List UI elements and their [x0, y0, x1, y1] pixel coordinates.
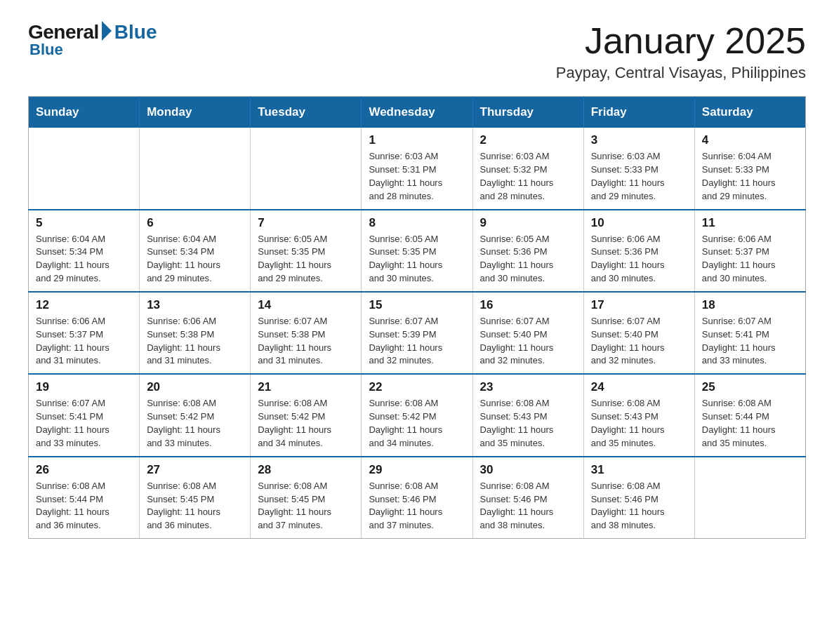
day-info: Sunrise: 6:08 AM Sunset: 5:45 PM Dayligh…	[258, 480, 354, 532]
header-day-saturday: Saturday	[694, 97, 805, 128]
calendar-cell: 30Sunrise: 6:08 AM Sunset: 5:46 PM Dayli…	[472, 457, 583, 539]
calendar-cell: 8Sunrise: 6:05 AM Sunset: 5:35 PM Daylig…	[362, 210, 472, 292]
day-number: 27	[147, 463, 243, 477]
day-info: Sunrise: 6:04 AM Sunset: 5:34 PM Dayligh…	[36, 233, 132, 286]
day-info: Sunrise: 6:04 AM Sunset: 5:33 PM Dayligh…	[702, 150, 798, 203]
header-day-wednesday: Wednesday	[362, 97, 472, 128]
day-info: Sunrise: 6:07 AM Sunset: 5:38 PM Dayligh…	[258, 315, 354, 368]
day-info: Sunrise: 6:08 AM Sunset: 5:46 PM Dayligh…	[591, 480, 687, 532]
day-number: 10	[591, 216, 687, 230]
header-day-friday: Friday	[583, 97, 694, 128]
day-info: Sunrise: 6:06 AM Sunset: 5:36 PM Dayligh…	[591, 233, 687, 286]
calendar-cell: 20Sunrise: 6:08 AM Sunset: 5:42 PM Dayli…	[140, 374, 251, 456]
day-info: Sunrise: 6:08 AM Sunset: 5:42 PM Dayligh…	[369, 397, 465, 450]
day-number: 15	[369, 298, 465, 312]
day-info: Sunrise: 6:08 AM Sunset: 5:46 PM Dayligh…	[369, 480, 465, 532]
week-row-4: 19Sunrise: 6:07 AM Sunset: 5:41 PM Dayli…	[29, 374, 806, 456]
day-number: 6	[147, 216, 243, 230]
day-number: 5	[36, 216, 132, 230]
day-info: Sunrise: 6:07 AM Sunset: 5:39 PM Dayligh…	[369, 315, 465, 368]
calendar-cell: 9Sunrise: 6:05 AM Sunset: 5:36 PM Daylig…	[472, 210, 583, 292]
calendar-cell: 2Sunrise: 6:03 AM Sunset: 5:32 PM Daylig…	[472, 128, 583, 209]
day-info: Sunrise: 6:08 AM Sunset: 5:43 PM Dayligh…	[591, 397, 687, 450]
day-number: 16	[480, 298, 576, 312]
header-day-thursday: Thursday	[472, 97, 583, 128]
day-number: 31	[591, 463, 687, 477]
day-info: Sunrise: 6:03 AM Sunset: 5:31 PM Dayligh…	[369, 150, 465, 203]
calendar-cell: 28Sunrise: 6:08 AM Sunset: 5:45 PM Dayli…	[251, 457, 362, 539]
logo-triangle-icon	[102, 21, 112, 41]
day-info: Sunrise: 6:06 AM Sunset: 5:37 PM Dayligh…	[36, 315, 132, 368]
day-number: 2	[480, 133, 576, 147]
day-number: 22	[369, 380, 465, 394]
day-info: Sunrise: 6:03 AM Sunset: 5:32 PM Dayligh…	[480, 150, 576, 203]
day-info: Sunrise: 6:08 AM Sunset: 5:42 PM Dayligh…	[147, 397, 243, 450]
day-info: Sunrise: 6:08 AM Sunset: 5:43 PM Dayligh…	[480, 397, 576, 450]
calendar-cell: 15Sunrise: 6:07 AM Sunset: 5:39 PM Dayli…	[362, 292, 472, 374]
day-info: Sunrise: 6:06 AM Sunset: 5:38 PM Dayligh…	[147, 315, 243, 368]
day-info: Sunrise: 6:08 AM Sunset: 5:45 PM Dayligh…	[147, 480, 243, 532]
day-number: 23	[480, 380, 576, 394]
day-number: 9	[480, 216, 576, 230]
day-info: Sunrise: 6:07 AM Sunset: 5:40 PM Dayligh…	[591, 315, 687, 368]
calendar-cell: 19Sunrise: 6:07 AM Sunset: 5:41 PM Dayli…	[29, 374, 140, 456]
day-info: Sunrise: 6:03 AM Sunset: 5:33 PM Dayligh…	[591, 150, 687, 203]
calendar-cell: 25Sunrise: 6:08 AM Sunset: 5:44 PM Dayli…	[694, 374, 805, 456]
day-number: 14	[258, 298, 354, 312]
calendar-cell: 24Sunrise: 6:08 AM Sunset: 5:43 PM Dayli…	[583, 374, 694, 456]
day-number: 1	[369, 133, 465, 147]
day-number: 25	[702, 380, 798, 394]
calendar-cell: 23Sunrise: 6:08 AM Sunset: 5:43 PM Dayli…	[472, 374, 583, 456]
day-info: Sunrise: 6:07 AM Sunset: 5:41 PM Dayligh…	[36, 397, 132, 450]
calendar-cell: 11Sunrise: 6:06 AM Sunset: 5:37 PM Dayli…	[694, 210, 805, 292]
day-info: Sunrise: 6:08 AM Sunset: 5:42 PM Dayligh…	[258, 397, 354, 450]
calendar-body: 1Sunrise: 6:03 AM Sunset: 5:31 PM Daylig…	[29, 128, 806, 538]
day-info: Sunrise: 6:08 AM Sunset: 5:46 PM Dayligh…	[480, 480, 576, 532]
calendar-cell: 7Sunrise: 6:05 AM Sunset: 5:35 PM Daylig…	[251, 210, 362, 292]
day-info: Sunrise: 6:07 AM Sunset: 5:40 PM Dayligh…	[480, 315, 576, 368]
day-number: 4	[702, 133, 798, 147]
calendar-cell	[694, 457, 805, 539]
day-number: 7	[258, 216, 354, 230]
calendar-cell: 26Sunrise: 6:08 AM Sunset: 5:44 PM Dayli…	[29, 457, 140, 539]
day-info: Sunrise: 6:08 AM Sunset: 5:44 PM Dayligh…	[36, 480, 132, 532]
header-row: SundayMondayTuesdayWednesdayThursdayFrid…	[29, 97, 806, 128]
calendar-cell: 4Sunrise: 6:04 AM Sunset: 5:33 PM Daylig…	[694, 128, 805, 209]
page-header: General Blue Blue January 2025 Paypay, C…	[28, 21, 806, 82]
calendar-header: SundayMondayTuesdayWednesdayThursdayFrid…	[29, 97, 806, 128]
day-number: 21	[258, 380, 354, 394]
week-row-1: 1Sunrise: 6:03 AM Sunset: 5:31 PM Daylig…	[29, 128, 806, 209]
day-number: 29	[369, 463, 465, 477]
logo: General Blue Blue	[28, 21, 157, 59]
page-subtitle: Paypay, Central Visayas, Philippines	[556, 64, 806, 82]
day-info: Sunrise: 6:05 AM Sunset: 5:35 PM Dayligh…	[258, 233, 354, 286]
day-info: Sunrise: 6:05 AM Sunset: 5:36 PM Dayligh…	[480, 233, 576, 286]
day-number: 17	[591, 298, 687, 312]
day-number: 3	[591, 133, 687, 147]
day-number: 12	[36, 298, 132, 312]
day-number: 20	[147, 380, 243, 394]
day-info: Sunrise: 6:08 AM Sunset: 5:44 PM Dayligh…	[702, 397, 798, 450]
calendar-cell: 21Sunrise: 6:08 AM Sunset: 5:42 PM Dayli…	[251, 374, 362, 456]
calendar-cell: 12Sunrise: 6:06 AM Sunset: 5:37 PM Dayli…	[29, 292, 140, 374]
day-number: 19	[36, 380, 132, 394]
header-day-sunday: Sunday	[29, 97, 140, 128]
calendar-cell: 17Sunrise: 6:07 AM Sunset: 5:40 PM Dayli…	[583, 292, 694, 374]
calendar-cell: 1Sunrise: 6:03 AM Sunset: 5:31 PM Daylig…	[362, 128, 472, 209]
header-day-tuesday: Tuesday	[251, 97, 362, 128]
calendar-cell: 22Sunrise: 6:08 AM Sunset: 5:42 PM Dayli…	[362, 374, 472, 456]
week-row-3: 12Sunrise: 6:06 AM Sunset: 5:37 PM Dayli…	[29, 292, 806, 374]
header-day-monday: Monday	[140, 97, 251, 128]
day-number: 26	[36, 463, 132, 477]
day-info: Sunrise: 6:06 AM Sunset: 5:37 PM Dayligh…	[702, 233, 798, 286]
day-info: Sunrise: 6:05 AM Sunset: 5:35 PM Dayligh…	[369, 233, 465, 286]
calendar-cell: 18Sunrise: 6:07 AM Sunset: 5:41 PM Dayli…	[694, 292, 805, 374]
day-number: 30	[480, 463, 576, 477]
day-number: 13	[147, 298, 243, 312]
day-number: 28	[258, 463, 354, 477]
day-number: 18	[702, 298, 798, 312]
day-number: 24	[591, 380, 687, 394]
page-title: January 2025	[556, 21, 806, 61]
day-number: 11	[702, 216, 798, 230]
calendar-cell: 29Sunrise: 6:08 AM Sunset: 5:46 PM Dayli…	[362, 457, 472, 539]
